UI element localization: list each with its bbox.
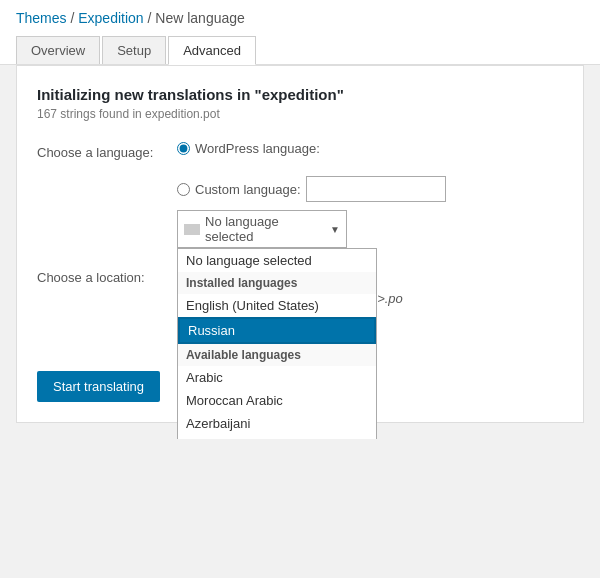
language-dropdown-wrapper: No language selected ▼ No language selec… [177, 210, 347, 248]
breadcrumb-current: New language [155, 10, 245, 26]
language-dropdown-trigger[interactable]: No language selected ▼ [177, 210, 347, 248]
custom-language-option[interactable]: Custom language: [177, 176, 446, 202]
dropdown-list-item[interactable]: Arabic [178, 366, 376, 389]
start-translating-button[interactable]: Start translating [37, 371, 160, 402]
dropdown-list-item[interactable]: English (United States) [178, 294, 376, 317]
location-label: Choose a location: [37, 266, 177, 285]
breadcrumb-themes[interactable]: Themes [16, 10, 67, 26]
chevron-down-icon: ▼ [330, 224, 340, 235]
tab-overview[interactable]: Overview [16, 36, 100, 64]
page-title: Initializing new translations in "expedi… [37, 86, 563, 103]
custom-language-label: Custom language: [195, 182, 301, 197]
language-row: Choose a language: WordPress language: C… [37, 141, 563, 248]
flag-icon [184, 224, 200, 235]
page-subtitle: 167 strings found in expedition.pot [37, 107, 563, 121]
language-label: Choose a language: [37, 141, 177, 160]
wp-language-label: WordPress language: [195, 141, 320, 156]
custom-language-input[interactable] [306, 176, 446, 202]
wp-language-radio[interactable] [177, 142, 190, 155]
language-dropdown-list[interactable]: No language selectedInstalled languagesE… [177, 248, 377, 439]
language-radio-group: WordPress language: Custom language: [177, 141, 563, 202]
dropdown-section-header: Installed languages [178, 272, 376, 294]
dropdown-list-item[interactable]: Moroccan Arabic [178, 389, 376, 412]
dropdown-selected-text: No language selected [205, 214, 330, 244]
wp-language-option[interactable]: WordPress language: [177, 141, 320, 156]
tab-setup[interactable]: Setup [102, 36, 166, 64]
dropdown-section-header: Available languages [178, 344, 376, 366]
custom-language-radio[interactable] [177, 183, 190, 196]
tab-advanced[interactable]: Advanced [168, 36, 256, 65]
language-control: WordPress language: Custom language: No … [177, 141, 563, 248]
breadcrumb: Themes / Expedition / New language [16, 0, 584, 32]
main-content: Initializing new translations in "expedi… [16, 65, 584, 423]
dropdown-list-item[interactable]: Russian [178, 317, 376, 344]
dropdown-list-item[interactable]: Azerbaijani [178, 412, 376, 435]
tab-bar: Overview Setup Advanced [16, 36, 584, 64]
breadcrumb-expedition[interactable]: Expedition [78, 10, 143, 26]
dropdown-list-item[interactable]: No language selected [178, 249, 376, 272]
dropdown-list-item[interactable]: South Azerbaijani [178, 435, 376, 439]
